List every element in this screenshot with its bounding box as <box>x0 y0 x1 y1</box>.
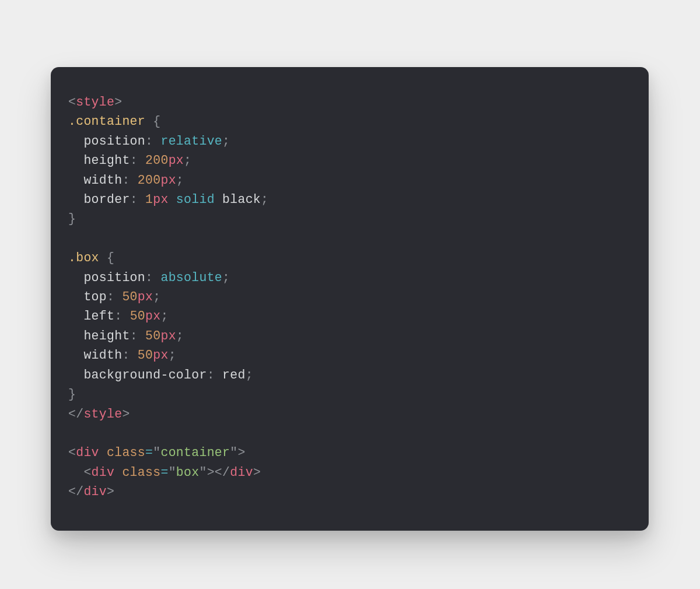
tag-div: div <box>92 465 115 479</box>
prop-position: position <box>83 271 145 285</box>
prop-top: top <box>83 290 107 304</box>
val-relative: relative <box>160 134 222 148</box>
brace-open: { <box>107 251 114 265</box>
punct: > <box>114 95 122 109</box>
colon: : <box>145 134 153 148</box>
prop-width: width <box>83 348 122 362</box>
code-block: <style> .container { position: relative;… <box>51 67 649 528</box>
semi: ; <box>261 192 268 206</box>
semi: ; <box>222 271 230 285</box>
quote: " <box>153 446 160 460</box>
prop-height: height <box>83 329 130 343</box>
attr-class: class <box>122 465 160 479</box>
brace-close: } <box>68 212 76 226</box>
unit-px: px <box>138 290 153 304</box>
semi: ; <box>176 329 184 343</box>
colon: : <box>107 290 114 304</box>
code-card: <style> .container { position: relative;… <box>51 67 649 531</box>
tag-style-close: style <box>83 407 122 421</box>
quote: " <box>169 465 176 479</box>
colon: : <box>207 368 215 382</box>
num-200: 200 <box>138 173 161 187</box>
selector-container: .container <box>68 114 145 128</box>
punct: > <box>122 407 130 421</box>
prop-background-color: background-color <box>83 368 206 382</box>
semi: ; <box>222 134 230 148</box>
prop-width: width <box>83 173 122 187</box>
unit-px: px <box>153 348 168 362</box>
colon: : <box>122 173 130 187</box>
num-50: 50 <box>138 348 153 362</box>
unit-px: px <box>160 329 176 343</box>
tag-style-open: style <box>76 95 114 109</box>
prop-height: height <box>83 153 130 167</box>
brace-open: { <box>153 114 160 128</box>
equals: = <box>145 446 153 460</box>
prop-border: border <box>83 192 130 206</box>
punct: > <box>107 485 114 499</box>
punct: < <box>68 95 76 109</box>
num-1: 1 <box>145 192 153 206</box>
semi: ; <box>160 309 168 323</box>
tag-div: div <box>83 485 107 499</box>
semi: ; <box>169 348 176 362</box>
colon: : <box>145 271 153 285</box>
attr-class: class <box>107 446 145 460</box>
num-50: 50 <box>122 290 137 304</box>
quote: " <box>199 465 206 479</box>
semi: ; <box>246 368 253 382</box>
val-black: black <box>222 192 261 206</box>
semi: ; <box>153 290 160 304</box>
num-50: 50 <box>145 329 160 343</box>
val-red: red <box>222 368 246 382</box>
brace-close: } <box>68 387 76 401</box>
num-50: 50 <box>130 309 145 323</box>
unit-px: px <box>160 173 176 187</box>
punct: </ <box>68 407 83 421</box>
unit-px: px <box>153 192 168 206</box>
punct: < <box>68 446 76 460</box>
colon: : <box>130 192 138 206</box>
num-200: 200 <box>145 153 169 167</box>
tag-div: div <box>76 446 99 460</box>
equals: = <box>160 465 168 479</box>
str-box: box <box>176 465 200 479</box>
prop-left: left <box>83 309 114 323</box>
val-solid: solid <box>176 192 215 206</box>
str-container: container <box>160 446 230 460</box>
colon: : <box>122 348 130 362</box>
colon: : <box>114 309 122 323</box>
prop-position: position <box>83 134 145 148</box>
punct: > <box>253 465 261 479</box>
selector-box: .box <box>68 251 99 265</box>
semi: ; <box>176 173 184 187</box>
quote: " <box>230 446 237 460</box>
val-absolute: absolute <box>160 271 222 285</box>
unit-px: px <box>145 309 160 323</box>
colon: : <box>130 153 138 167</box>
unit-px: px <box>169 153 184 167</box>
punct: </ <box>68 485 83 499</box>
semi: ; <box>184 153 191 167</box>
colon: : <box>130 329 138 343</box>
tag-div: div <box>230 465 253 479</box>
punct: < <box>83 465 91 479</box>
punct: > <box>237 446 245 460</box>
punct: ></ <box>207 465 230 479</box>
